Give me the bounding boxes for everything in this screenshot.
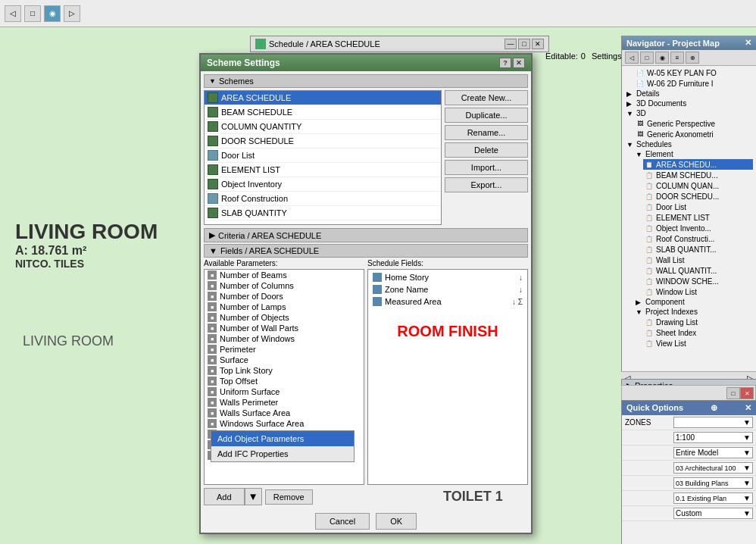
param-item-12[interactable]: ■ Walls Perimeter [205, 397, 364, 408]
scheme-item-0[interactable]: AREA SCHEDULE [205, 91, 441, 105]
add-dropdown-arrow-btn[interactable]: ▼ [245, 488, 262, 505]
nav-icon-4[interactable]: ⊕ [686, 52, 699, 64]
tree-item-w05[interactable]: 📄 W-05 KEY PLAN FO [634, 67, 753, 78]
qo-arch-dropdown[interactable]: 03 Architectural 100▼ [673, 462, 753, 474]
scheme-item-8[interactable]: SLAB QUANTITY [205, 206, 441, 220]
tree-item-column-quantity[interactable]: 📋 COLUMN QUAN... [643, 180, 753, 191]
create-new-btn[interactable]: Create New... [445, 90, 528, 105]
param-item-11[interactable]: ■ Uniform Surface [205, 386, 364, 397]
schedule-close-btn[interactable]: ✕ [532, 39, 544, 49]
tree-item-window-schedule[interactable]: 📋 WINDOW SCHE... [643, 276, 753, 286]
criteria-section-header[interactable]: ▶ Criteria / AREA SCHEDULE [204, 228, 528, 242]
add-btn[interactable]: Add [204, 488, 245, 505]
param-item-2[interactable]: ■ Number of Doors [205, 291, 364, 302]
param-item-3[interactable]: ■ Number of Lamps [205, 302, 364, 312]
scheme-item-4[interactable]: Door List [205, 149, 441, 163]
cancel-btn[interactable]: Cancel [315, 513, 370, 530]
param-item-9[interactable]: ■ Top Link Story [205, 365, 364, 376]
room-finish-label: ROOM FINISH [370, 308, 526, 355]
scheme-item-5[interactable]: ELEMENT LIST [205, 163, 441, 177]
tree-schedule-icon-8: 📋 [645, 234, 654, 243]
navigator-close-btn[interactable]: ✕ [745, 38, 751, 48]
qo-custom-dropdown[interactable]: Custom▼ [673, 508, 753, 519]
tree-item-beam-schedule[interactable]: 📋 BEAM SCHEDU... [643, 170, 753, 180]
tree-item-schedules[interactable]: ▼ Schedules [625, 139, 753, 149]
add-ifc-properties-menu-item[interactable]: Add IFC Properties [211, 446, 354, 461]
sfield-item-0[interactable]: Home Story ↓ [370, 271, 526, 283]
quick-options-expand-btn[interactable]: ⊕ [711, 403, 717, 413]
tree-item-project-indexes[interactable]: ▼ Project Indexes [634, 307, 753, 317]
tree-item-window-list[interactable]: 📋 Window List [643, 286, 753, 297]
nav-icon-1[interactable]: □ [640, 52, 654, 64]
toolbar-icon-4[interactable]: ▷ [64, 5, 80, 22]
scheme-item-7[interactable]: Roof Construction [205, 192, 441, 206]
schemes-section-header[interactable]: ▼ Schemes [204, 74, 528, 88]
tree-item-roof-construction[interactable]: 📋 Roof Constructi... [643, 233, 753, 244]
tree-item-object-inventory[interactable]: 📋 Object Invento... [643, 223, 753, 233]
param-item-1[interactable]: ■ Number of Columns [205, 280, 364, 291]
tree-item-details[interactable]: ▶ Details [625, 89, 753, 98]
sfield-item-1[interactable]: Zone Name ↓ [370, 283, 526, 295]
qo-existing-dropdown[interactable]: 0.1 Existing Plan▼ [673, 492, 753, 504]
export-btn[interactable]: Export... [445, 177, 528, 192]
scheme-item-2[interactable]: COLUMN QUANTITY [205, 120, 441, 134]
remove-btn[interactable]: Remove [265, 489, 313, 505]
param-item-14[interactable]: ■ Windows Surface Area [205, 418, 364, 429]
tree-item-component[interactable]: ▶ Component [634, 297, 753, 307]
param-item-4[interactable]: ■ Number of Objects [205, 312, 364, 323]
tree-item-axonometric[interactable]: 🖼 Generic Axonometri [634, 129, 753, 139]
ok-btn[interactable]: OK [376, 513, 417, 530]
tree-item-sheet-index[interactable]: 📋 Sheet Index [643, 327, 753, 338]
dialog-close-btn[interactable]: ✕ [513, 58, 525, 68]
nav-back-btn[interactable]: ◁ [625, 52, 639, 64]
scheme-item-3[interactable]: DOOR SCHEDULE [205, 134, 441, 149]
param-item-7[interactable]: ■ Perimeter [205, 344, 364, 355]
tree-item-wall-list[interactable]: 📋 Wall List [643, 255, 753, 265]
param-item-0[interactable]: ■ Number of Beams [205, 270, 364, 280]
import-btn[interactable]: Import... [445, 160, 528, 175]
tree-item-drawing-list[interactable]: 📋 Drawing List [643, 317, 753, 327]
param-item-6[interactable]: ■ Number of Windows [205, 333, 364, 344]
toolbar-icon-2[interactable]: □ [24, 5, 41, 22]
toolbar-icon-3[interactable]: ◉ [44, 5, 61, 22]
schedule-fields-list[interactable]: Home Story ↓ Zone Name ↓ Measured Area ↓… [367, 269, 528, 485]
tree-item-element-list[interactable]: 📋 ELEMENT LIST [643, 212, 753, 223]
rename-btn[interactable]: Rename... [445, 125, 528, 140]
qo-zones-dropdown[interactable]: ▼ [673, 417, 753, 428]
param-item-13[interactable]: ■ Walls Surface Area [205, 408, 364, 418]
schedule-maximize-btn[interactable]: □ [518, 39, 530, 49]
tree-item-wall-quantity[interactable]: 📋 WALL QUANTIT... [643, 265, 753, 276]
add-object-params-menu-item[interactable]: Add Object Parameters [211, 431, 354, 446]
tree-item-area-schedule[interactable]: 📋 AREA SCHEDU... [643, 159, 753, 170]
param-item-5[interactable]: ■ Number of Wall Parts [205, 323, 364, 333]
qo-building-dropdown[interactable]: 03 Building Plans▼ [673, 477, 753, 489]
nav-bottom-icon-1[interactable]: □ [726, 387, 740, 399]
tree-item-element[interactable]: ▼ Element [634, 149, 753, 159]
tree-item-door-schedule[interactable]: 📋 DOOR SCHEDU... [643, 191, 753, 202]
param-item-10[interactable]: ■ Top Offset [205, 376, 364, 386]
delete-btn[interactable]: Delete [445, 142, 528, 158]
tree-item-3ddocs[interactable]: ▶ 3D Documents [625, 98, 753, 108]
scheme-list[interactable]: AREA SCHEDULE BEAM SCHEDULE COLUMN QUANT… [204, 90, 442, 225]
tree-item-door-list[interactable]: 📋 Door List [643, 202, 753, 212]
scheme-item-1[interactable]: BEAM SCHEDULE [205, 105, 441, 120]
nav-icon-3[interactable]: ≡ [670, 52, 684, 64]
nav-bottom-close-btn[interactable]: ✕ [740, 387, 754, 399]
sfield-item-2[interactable]: Measured Area ↓ Σ [370, 295, 526, 308]
param-item-8[interactable]: ■ Surface [205, 355, 364, 365]
dialog-help-btn[interactable]: ? [499, 58, 511, 68]
qo-model-dropdown[interactable]: Entire Model▼ [673, 447, 753, 458]
tree-item-view-list[interactable]: 📋 View List [643, 338, 753, 349]
tree-item-w06[interactable]: 📄 W-06 2D Furniture I [634, 78, 753, 89]
tree-item-3d[interactable]: ▼ 3D [625, 108, 753, 118]
quick-options-close-btn[interactable]: ✕ [745, 403, 751, 413]
tree-item-perspective[interactable]: 🖼 Generic Perspective [634, 118, 753, 129]
toolbar-icon-1[interactable]: ◁ [5, 5, 21, 22]
schedule-minimize-btn[interactable]: — [505, 39, 517, 49]
fields-section-header[interactable]: ▼ Fields / AREA SCHEDULE [204, 244, 528, 258]
nav-icon-2[interactable]: ◉ [655, 52, 669, 64]
qo-scale-dropdown[interactable]: 1:100▼ [673, 432, 753, 443]
duplicate-btn[interactable]: Duplicate... [445, 108, 528, 123]
tree-item-slab-quantity[interactable]: 📋 SLAB QUANTIT... [643, 244, 753, 255]
scheme-item-6[interactable]: Object Inventory [205, 177, 441, 192]
